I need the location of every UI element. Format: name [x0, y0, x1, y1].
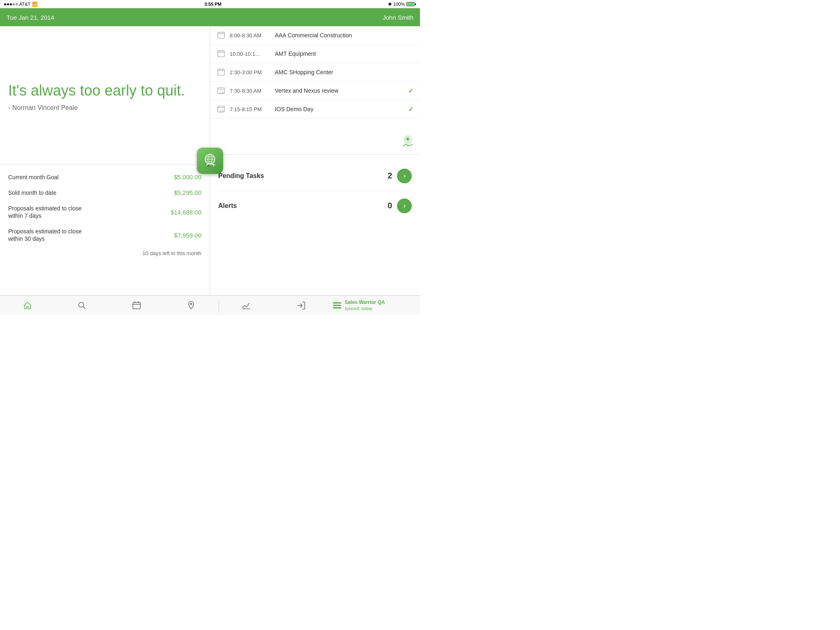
svg-rect-0: [218, 32, 225, 39]
schedule-item-5[interactable]: ical 7:15-8:15 PM IOS Demo Day ✓: [210, 100, 420, 119]
schedule-time-1: 8:00-8:30 AM: [230, 32, 271, 39]
schedule-item-4[interactable]: ical 7:30-8:30 AM Vertex and Nexus revie…: [210, 82, 420, 100]
brand-name: Sales Warrior QA: [345, 299, 385, 306]
schedule-time-4: 7:30-8:30 AM: [230, 88, 271, 94]
schedule-item-2[interactable]: 10:00-10:1... AMT Equipment: [210, 45, 420, 63]
task-count-alerts: 0: [380, 201, 392, 210]
header-user: John Smith: [383, 14, 413, 21]
task-label-alerts: Alerts: [218, 202, 375, 210]
stat-label-sold: Sold month to date: [8, 189, 57, 196]
battery-percent: 100%: [393, 2, 405, 7]
schedule-item-1[interactable]: 8:00-8:30 AM AAA Commercial Construction: [210, 26, 420, 45]
left-panel: It's always too early to quit. - Norman …: [0, 26, 210, 295]
check-icon-5: ✓: [408, 105, 413, 113]
bluetooth-icon: ✱: [388, 2, 392, 7]
stat-label-30days: Proposals estimated to close within 30 d…: [8, 228, 90, 242]
tab-bar: Sales Warrior QA synced: today: [0, 295, 420, 315]
status-left: AT&T 📶: [4, 2, 38, 7]
calendar-icon-3: [217, 68, 226, 77]
stat-value-goal: $5,000.00: [174, 173, 201, 180]
time-label: 3:55 PM: [204, 2, 221, 7]
ical-icon-4: ical: [217, 86, 226, 95]
status-right: ✱ 100%: [388, 2, 416, 7]
task-row-alerts: Alerts 0 ›: [218, 191, 412, 221]
stat-row-7days: Proposals estimated to close within 7 da…: [8, 201, 201, 224]
tab-brand: Sales Warrior QA synced: today: [328, 299, 420, 312]
stat-row-goal: Current month Goal $5,000.00: [8, 169, 201, 185]
svg-point-32: [190, 303, 192, 305]
status-bar: AT&T 📶 3:55 PM ✱ 100%: [0, 0, 420, 8]
brand-sync: synced: today: [345, 306, 372, 311]
ical-icon-5: ical: [217, 105, 226, 114]
svg-point-25: [208, 165, 209, 167]
schedule-time-2: 10:00-10:1...: [230, 51, 271, 57]
pending-tasks-button[interactable]: ›: [397, 169, 412, 183]
stat-label-goal: Current month Goal: [8, 173, 59, 181]
schedule-name-2: AMT Equipment: [275, 50, 413, 57]
stat-value-sold: $5,295.00: [174, 189, 201, 196]
task-count-pending: 2: [380, 171, 392, 180]
stat-row-sold: Sold month to date $5,295.00: [8, 185, 201, 201]
svg-rect-4: [218, 51, 225, 57]
svg-text:ical: ical: [219, 91, 224, 94]
tab-search[interactable]: [55, 296, 109, 315]
schedule-name-3: AMC SHopping Center: [275, 69, 413, 75]
tasks-section: Pending Tasks 2 › Alerts 0 ›: [210, 155, 420, 296]
schedule-section: 8:00-8:30 AM AAA Commercial Construction…: [210, 26, 420, 155]
stat-label-7days: Proposals estimated to close within 7 da…: [8, 205, 90, 219]
main-content: It's always too early to quit. - Norman …: [0, 26, 420, 295]
svg-marker-24: [213, 163, 215, 167]
check-icon-4: ✓: [408, 87, 413, 95]
svg-rect-28: [133, 302, 140, 309]
brand-text: Sales Warrior QA synced: today: [345, 299, 385, 312]
quote-text: It's always too early to quit.: [8, 82, 201, 99]
alerts-button[interactable]: ›: [397, 199, 412, 213]
calendar-icon-2: [217, 49, 226, 58]
tab-map[interactable]: [164, 296, 219, 315]
svg-line-27: [83, 306, 85, 309]
stat-value-30days: $7,959.00: [174, 232, 201, 239]
tab-chart[interactable]: [219, 296, 274, 315]
svg-rect-8: [218, 69, 225, 75]
schedule-name-5: IOS Demo Day: [275, 106, 404, 112]
svg-point-18: [406, 138, 409, 140]
calendar-icon-1: [217, 31, 226, 40]
stat-row-30days: Proposals estimated to close within 30 d…: [8, 224, 201, 247]
svg-point-26: [79, 302, 84, 307]
stat-value-7days: $14,688.00: [171, 209, 201, 216]
task-label-pending: Pending Tasks: [218, 172, 375, 180]
app-center-icon[interactable]: [197, 148, 223, 174]
tab-calendar[interactable]: [109, 296, 164, 315]
right-panel: 8:00-8:30 AM AAA Commercial Construction…: [210, 26, 420, 295]
schedule-time-3: 2:30-3:00 PM: [230, 69, 271, 75]
schedule-item-3[interactable]: 2:30-3:00 PM AMC SHopping Center: [210, 63, 420, 82]
stats-section: Current month Goal $5,000.00 Sold month …: [0, 164, 210, 296]
days-left: 10 days left in this month: [8, 247, 201, 260]
task-row-pending: Pending Tasks 2 ›: [218, 161, 412, 191]
schedule-name-1: AAA Commercial Construction: [275, 32, 413, 39]
tab-signin[interactable]: [274, 296, 328, 315]
map-icon-top[interactable]: [401, 135, 414, 150]
schedule-time-5: 7:15-8:15 PM: [230, 106, 271, 112]
signal-icon: [4, 3, 18, 5]
svg-text:ical: ical: [219, 109, 224, 113]
wifi-icon: 📶: [32, 2, 38, 7]
quote-section: It's always too early to quit. - Norman …: [0, 26, 210, 164]
tab-home[interactable]: [0, 296, 55, 315]
brand-icon: [333, 302, 341, 308]
battery-icon: [406, 2, 416, 6]
schedule-name-4: Vertex and Nexus review: [275, 87, 404, 94]
header-date: Tue Jan 21, 2014: [7, 14, 54, 21]
quote-author: - Norman Vincent Peale: [8, 104, 201, 112]
header-bar: Tue Jan 21, 2014 John Smith: [0, 8, 420, 26]
carrier-label: AT&T: [19, 2, 30, 7]
